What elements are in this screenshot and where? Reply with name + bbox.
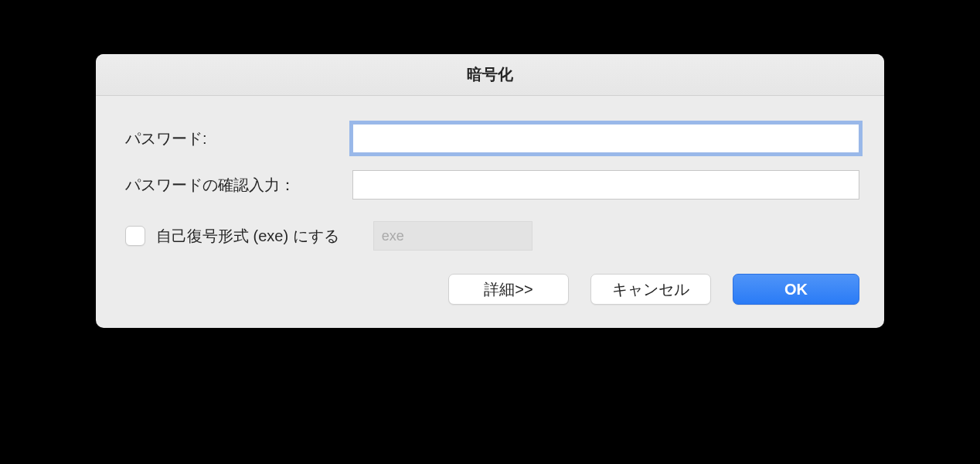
dialog-content: パスワード: パスワードの確認入力： 自己復号形式 (exe) にする 詳細>>… — [96, 96, 884, 328]
dialog-title: 暗号化 — [467, 64, 513, 85]
ok-button[interactable]: OK — [733, 274, 859, 305]
self-extract-label: 自己復号形式 (exe) にする — [156, 226, 339, 247]
button-row: 詳細>> キャンセル OK — [121, 274, 859, 305]
confirm-password-label: パスワードの確認入力： — [121, 175, 352, 196]
self-extract-checkbox[interactable] — [125, 226, 145, 246]
cancel-button[interactable]: キャンセル — [590, 274, 711, 305]
detail-button[interactable]: 詳細>> — [448, 274, 569, 305]
password-label: パスワード: — [121, 128, 352, 149]
dialog-titlebar: 暗号化 — [96, 54, 884, 96]
self-extract-row: 自己復号形式 (exe) にする — [121, 221, 859, 251]
exe-name-input — [373, 221, 533, 251]
password-row: パスワード: — [121, 124, 859, 153]
password-input[interactable] — [352, 124, 859, 153]
confirm-password-input[interactable] — [352, 170, 859, 200]
confirm-password-row: パスワードの確認入力： — [121, 170, 859, 200]
encryption-dialog: 暗号化 パスワード: パスワードの確認入力： 自己復号形式 (exe) にする … — [96, 54, 884, 328]
